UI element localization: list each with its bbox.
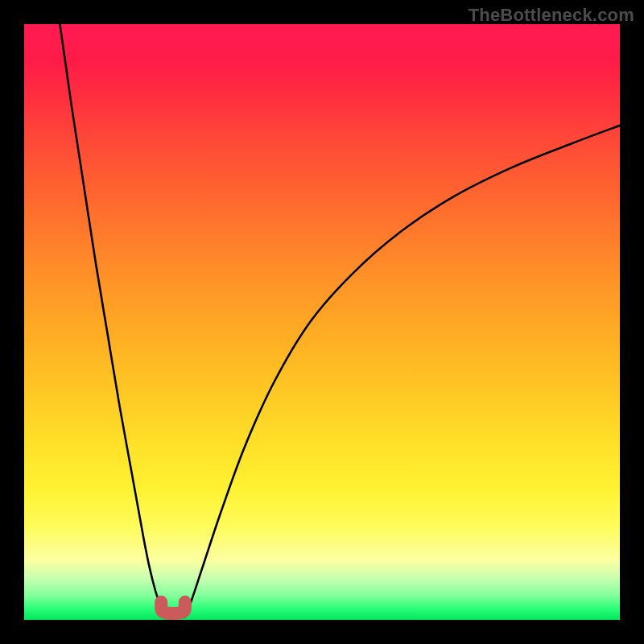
left-curve (60, 24, 164, 617)
bottleneck-marker (161, 602, 185, 613)
watermark-text: TheBottleneck.com (469, 5, 634, 26)
right-curve (185, 126, 620, 617)
chart-svg (24, 24, 620, 620)
chart-plot-area (24, 24, 620, 620)
